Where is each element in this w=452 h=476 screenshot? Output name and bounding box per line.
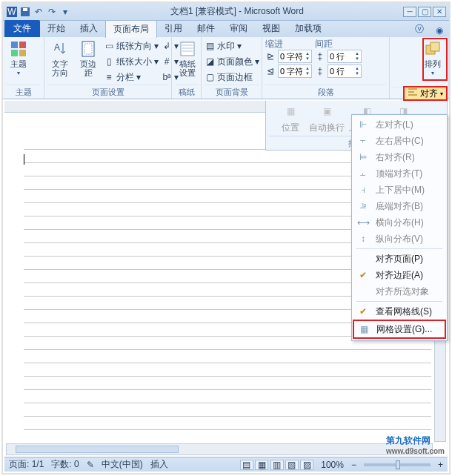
tab-insert[interactable]: 插入 [73,20,105,37]
breaks-icon: ↲ [162,41,172,51]
indent-left-row: ⊵▲▼ [265,49,312,64]
align-bottom-icon: ⫡ [356,200,370,212]
svg-text:W: W [7,7,16,17]
chevron-down-icon: ▾ [17,70,20,76]
margins-button[interactable]: 页边距 [76,39,101,79]
mi-align-left[interactable]: ⊩左对齐(L) [353,116,445,133]
mi-align-center-v[interactable]: ⫞上下居中(M) [353,182,445,198]
group-paper-label: 稿纸 [175,85,198,99]
undo-icon[interactable]: ↶ [33,6,44,18]
status-words[interactable]: 字数: 0 [51,458,79,471]
space-before-input[interactable]: ▲▼ [328,50,362,63]
watermark-button[interactable]: ▤水印 ▾ [205,39,259,53]
mi-grid-settings[interactable]: ▦网格设置(G)... [354,321,445,337]
svg-rect-7 [19,50,26,56]
arrange-button[interactable]: 排列 ▾ [420,39,445,78]
tab-file[interactable]: 文件 [4,20,40,37]
redo-icon[interactable]: ↷ [46,6,58,18]
position-icon: ▦ [282,102,299,120]
line-numbers-icon: # [162,56,172,67]
tab-addins[interactable]: 加载项 [288,20,329,37]
maximize-button[interactable]: ▢ [418,7,431,17]
tab-review[interactable]: 审阅 [222,20,255,37]
svg-rect-16 [431,42,439,51]
horizontal-scrollbar[interactable] [6,443,433,455]
align-label: 对齐 [420,87,438,100]
themes-icon [10,40,27,58]
page-border-button[interactable]: ▢页面边框 [205,70,259,85]
tab-mailings[interactable]: 邮件 [190,20,222,37]
view-outline[interactable]: ▧ [285,460,299,470]
zoom-out-button[interactable]: − [351,460,356,470]
indent-right-input[interactable]: ▲▼ [278,65,312,78]
tab-view[interactable]: 视图 [255,20,288,37]
group-paper: 稿纸 设置 稿纸 [172,37,202,99]
tab-page-layout[interactable]: 页面布局 [105,20,157,38]
dist-v-icon: ↕ [356,233,370,245]
status-mode[interactable]: 插入 [150,458,168,471]
columns-button[interactable]: ≡分栏 ▾ [104,70,159,85]
group-paragraph: 缩进 ⊵▲▼ ⊴▲▼ 间距 ‡▲▼ ‡▲▼ 段落 [262,37,390,99]
status-lang[interactable]: 中文(中国) [102,458,143,471]
align-center-h-icon: ⫟ [356,135,370,147]
paper-icon [179,40,196,58]
save-icon[interactable] [19,6,31,18]
arrange-icon [424,40,442,58]
position-button[interactable]: ▦位置 [276,102,305,134]
indent-left-icon: ⊵ [265,51,276,62]
view-draft[interactable]: ▨ [300,460,313,470]
view-print-layout[interactable]: ▤ [240,460,253,470]
wrap-text-button[interactable]: ▣自动换行 [309,102,345,134]
ribbon-collapse-icon[interactable]: ⓥ [409,22,430,37]
columns-icon: ≡ [104,72,114,82]
mi-align-top[interactable]: ⫠顶端对齐(T) [353,165,445,182]
orientation-button[interactable]: ▭纸张方向 ▾ [104,39,159,53]
zoom-in-button[interactable]: + [438,460,443,470]
mi-align-margin[interactable]: ✔对齐边距(A) [353,267,445,283]
zoom-knob[interactable] [396,460,400,469]
mi-distribute-v[interactable]: ↕纵向分布(V) [353,231,445,247]
page-border-icon: ▢ [205,72,215,82]
tab-home[interactable]: 开始 [40,20,73,37]
space-after-icon: ‡ [315,66,325,76]
mi-view-gridlines[interactable]: ✔查看网格线(S) [353,303,445,320]
view-web[interactable]: ▥ [270,460,284,470]
scrollbar-thumb[interactable] [16,446,179,453]
minimize-button[interactable]: ─ [403,7,416,17]
indent-left-input[interactable]: ▲▼ [278,50,312,63]
zoom-slider[interactable] [364,463,431,466]
group-page-setup: A 文字方向 页边距 ▭纸张方向 ▾ ▯纸张大小 ▾ ≡分栏 ▾ ↲▾ #▾ b… [44,37,172,99]
tab-references[interactable]: 引用 [157,20,190,37]
page-color-button[interactable]: ◪页面颜色 ▾ [205,54,259,69]
ribbon-tabs: 文件 开始 插入 页面布局 引用 邮件 审阅 视图 加载项 ⓥ ◉ [3,21,449,37]
page-color-icon: ◪ [205,56,215,67]
indent-right-row: ⊴▲▼ [265,64,312,79]
mi-distribute-h[interactable]: ⟷横向分布(H) [353,214,445,231]
help-icon[interactable]: ◉ [430,24,449,37]
group-page-setup-label: 页面设置 [47,85,168,99]
mi-align-page[interactable]: 对齐页面(P) [353,251,445,267]
orientation-icon: ▭ [104,41,114,51]
view-fullscreen[interactable]: ▦ [255,460,268,470]
mi-align-selected[interactable]: 对齐所选对象 [353,283,445,300]
status-page[interactable]: 页面: 1/1 [9,458,44,471]
svg-rect-3 [23,8,27,11]
themes-button[interactable]: 主题 ▾ [6,39,31,78]
mi-align-center-h[interactable]: ⫟左右居中(C) [353,133,445,149]
align-top-icon: ⫠ [356,168,370,179]
zoom-level[interactable]: 100% [321,460,344,470]
paper-settings-button[interactable]: 稿纸 设置 [175,39,200,79]
chevron-down-icon: ▾ [440,90,443,97]
chevron-down-icon: ▾ [431,70,434,76]
grid-icon: ▦ [357,323,370,335]
dist-h-icon: ⟷ [356,216,370,228]
close-button[interactable]: ✕ [433,7,446,17]
mi-align-bottom[interactable]: ⫡底端对齐(B) [353,198,445,214]
mi-align-right[interactable]: ⊨右对齐(R) [353,149,445,165]
svg-rect-4 [11,42,18,48]
align-button[interactable]: 对齐 ▾ [403,86,448,101]
space-after-input[interactable]: ▲▼ [328,65,362,78]
text-direction-button[interactable]: A 文字方向 [47,39,73,79]
qat-dropdown-icon[interactable]: ▾ [59,6,71,18]
size-button[interactable]: ▯纸张大小 ▾ [104,54,159,69]
